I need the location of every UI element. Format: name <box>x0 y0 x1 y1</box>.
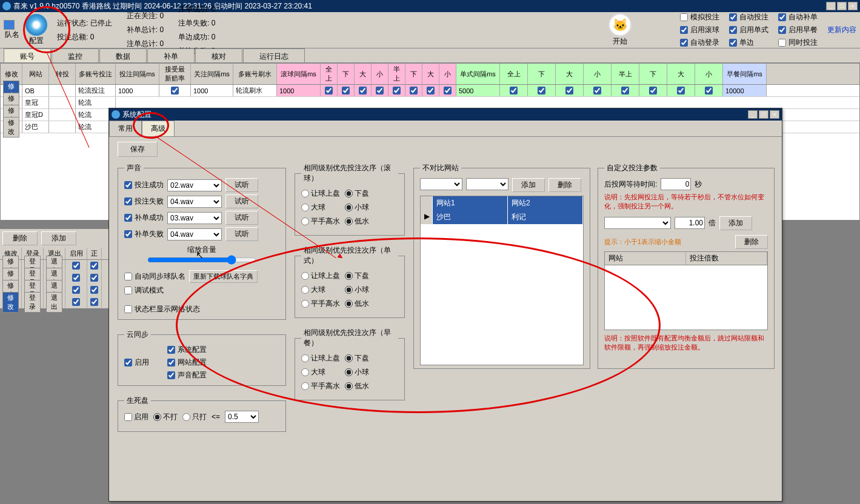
settings-modal: 系统配置 _ □ × 常用 高级 保存 声音 投注成功02.wav试听 投注失败… <box>108 108 782 502</box>
param-list[interactable]: 网站投注倍数 <box>604 251 768 330</box>
config-label: 配置 <box>29 36 44 46</box>
main-tabs: 账号 监控 数据 补单 核对 运行日志 <box>0 48 860 63</box>
add-param-button[interactable]: 添加 <box>719 216 752 230</box>
grid-row[interactable]: 修改 皇冠 轮流 <box>1 97 859 109</box>
priority-single-fieldset: 相同级别优先投注次序（单式） 让球上盘下盘 大球小球 平手高水低水 <box>295 245 405 318</box>
enable-early-check[interactable]: 启用早餐 <box>778 25 818 35</box>
start-icon[interactable]: 🐱 <box>608 13 632 36</box>
main-titlebar: 喜来 v1.9.0 hz00570 香港路线 过期时间 2024-06-12 2… <box>0 0 860 12</box>
tab-log[interactable]: 运行日志 <box>243 48 305 62</box>
site1-select[interactable] <box>420 178 462 190</box>
auto-login-check[interactable]: 自动登录 <box>680 38 719 48</box>
tab-fill[interactable]: 补单 <box>147 48 195 62</box>
tab-account[interactable]: 账号 <box>4 48 51 62</box>
modal-close[interactable]: × <box>770 110 779 119</box>
compare-list[interactable]: 网站1网站2 ▶沙巴利记 <box>420 196 584 365</box>
update-link[interactable]: 更新内容 <box>827 25 856 35</box>
custom-params-fieldset: 自定义投注参数 后投网等待时间: 秒 说明：先投网投注后，等待若干秒后，不管水位… <box>598 163 775 369</box>
titlebar-text: 喜来 v1.9.0 hz00570 香港路线 过期时间 2024-06-12 2… <box>13 1 312 12</box>
modal-icon <box>112 110 120 119</box>
save-button[interactable]: 保存 <box>118 142 158 157</box>
site2-select[interactable] <box>466 178 508 190</box>
mult-input[interactable] <box>675 217 705 229</box>
add-button[interactable]: 添加 <box>41 231 76 245</box>
tab-check[interactable]: 核对 <box>195 48 242 62</box>
single-side-check[interactable]: 单边 <box>729 38 768 48</box>
redownload-button[interactable]: 重新下载球队名字典 <box>189 270 258 283</box>
wav-select[interactable]: 03.wav <box>167 212 222 224</box>
wait-input[interactable] <box>661 178 691 190</box>
add-compare-button[interactable]: 添加 <box>512 178 545 192</box>
wav-select[interactable]: 04.wav <box>167 228 222 240</box>
simulate-check[interactable]: 模拟投注 <box>680 12 719 22</box>
tab-monitor[interactable]: 监控 <box>52 48 99 62</box>
modal-title-text: 系统配置 <box>122 110 152 120</box>
sound-fieldset: 声音 投注成功02.wav试听 投注失败04.wav试听 补单成功03.wav试… <box>118 163 286 320</box>
start-label: 开始 <box>613 36 627 47</box>
secondary-grid: 删除 添加 修改 登录 退出 启用 正 修改登录退出 修改登录退出 修改登录退出… <box>0 229 110 308</box>
same-time-check[interactable]: 同时投注 <box>778 38 818 48</box>
volume-slider[interactable] <box>147 255 256 265</box>
modal-maximize[interactable]: □ <box>759 110 768 119</box>
gear-icon[interactable] <box>25 14 47 36</box>
delete-button[interactable]: 删除 <box>2 231 38 245</box>
grid-row[interactable]: 修改 OB 轮流投注 1000 1000 轮流刷水 1000 5000 1000… <box>1 85 859 97</box>
delete-compare-button[interactable]: 删除 <box>548 178 581 192</box>
app-icon <box>2 2 11 10</box>
auto-fill-check[interactable]: 自动补单 <box>778 12 818 22</box>
tab-normal[interactable]: 常用 <box>109 121 142 136</box>
maximize-button[interactable]: □ <box>837 2 847 10</box>
life-value-select[interactable]: 0.5 <box>225 411 259 423</box>
note-text-2: 说明：按照软件既有配置均衡金额后，跳过网站限额和软件限额，再强制缩放投注金额。 <box>604 334 768 353</box>
try-button[interactable]: 试听 <box>225 178 258 192</box>
site-param-select[interactable] <box>604 217 671 229</box>
enable-single-check[interactable]: 启用单式 <box>729 25 768 35</box>
note-text: 说明：先投网投注后，等待若干秒后，不管水位如何变化，强制投注另一个网。 <box>604 193 768 211</box>
minimize-button[interactable]: _ <box>826 2 836 10</box>
wav-select[interactable]: 04.wav <box>167 196 222 208</box>
team-color-swatch[interactable] <box>4 20 15 30</box>
close-button[interactable]: × <box>848 2 858 10</box>
enable-roll-check[interactable]: 启用滚球 <box>680 25 719 35</box>
no-compare-fieldset: 不对比网站 添加 删除 网站1网站2 ▶沙巴利记 <box>413 163 590 369</box>
tab-data[interactable]: 数据 <box>99 48 147 62</box>
main-toolbar: 队名 配置 运行状态: 已停止 投注总额: 0 正在关注: 0 补单总计: 0 … <box>0 12 860 48</box>
auto-bet-check[interactable]: 自动投注 <box>729 12 768 22</box>
cloud-fieldset: 云同步 启用 系统配置 网站配置 声音配置 <box>118 330 286 386</box>
modal-minimize[interactable]: _ <box>748 110 758 119</box>
delete-param-button[interactable]: 删除 <box>735 235 768 249</box>
priority-early-fieldset: 相同级别优先投注次序（早餐） 让球上盘下盘 大球小球 平手高水低水 <box>295 328 405 400</box>
team-label: 队名 <box>5 30 19 40</box>
life-fieldset: 生死盘 启用 不打 只打 <= 0.5 <box>118 396 286 432</box>
wav-select[interactable]: 02.wav <box>167 179 222 191</box>
tab-advanced[interactable]: 高级 <box>142 121 175 136</box>
priority-roll-fieldset: 相同级别优先投注次序（滚球） 让球上盘下盘 大球小球 平手高水低水 <box>295 163 405 236</box>
